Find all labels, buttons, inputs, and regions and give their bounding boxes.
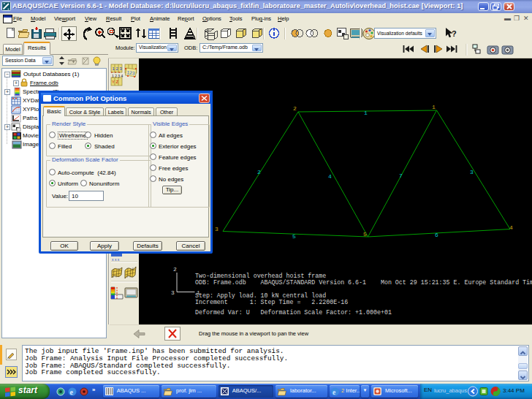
svg-text:e: e: [70, 388, 74, 396]
svg-text:5: 5: [292, 233, 296, 240]
svg-text:3: 3: [171, 289, 175, 296]
svg-text:Increment 1: Step Time =: Increment 1: Step Time = 2.2200E-16: [195, 299, 348, 305]
svg-text:1: 1: [432, 104, 436, 110]
svg-text:Two-dimensional overhead hoist: Two-dimensional overhead hoist frame: [195, 273, 326, 279]
svg-text:5: 5: [363, 231, 367, 238]
svg-text:»: »: [92, 387, 96, 393]
svg-text:1: 1: [364, 110, 368, 116]
svg-text:4: 4: [328, 173, 332, 180]
svg-text:2: 2: [257, 169, 261, 175]
svg-text:Y Z: Y Z: [112, 80, 119, 84]
svg-text:x x x: x x x: [112, 257, 120, 262]
svg-text:e: e: [332, 389, 335, 396]
svg-text:?: ?: [452, 29, 457, 38]
svg-text:ODB: Frame.odb ABAQUS/STAND: ODB: Frame.odb ABAQUS/STANDARD Version 6…: [195, 279, 532, 286]
svg-text:Deformed Var: U Deformation: Deformed Var: U Deformation Scale Factor…: [195, 309, 392, 316]
svg-text:2: 2: [173, 266, 177, 273]
svg-text:3: 3: [215, 226, 218, 232]
svg-text:2: 2: [293, 105, 297, 112]
svg-text:4: 4: [509, 224, 513, 231]
svg-text:6: 6: [435, 232, 438, 238]
svg-text:3: 3: [470, 169, 474, 175]
svg-text:1 2 3: 1 2 3: [113, 66, 123, 71]
svg-text:7: 7: [399, 172, 403, 179]
